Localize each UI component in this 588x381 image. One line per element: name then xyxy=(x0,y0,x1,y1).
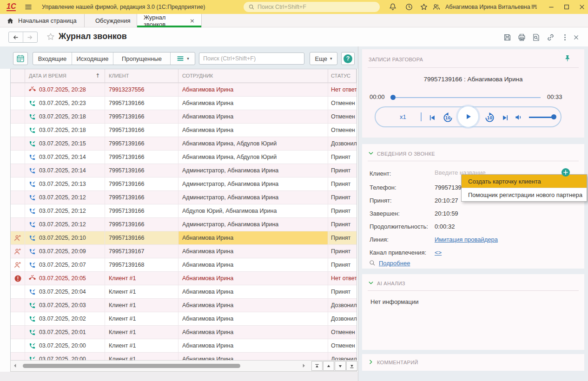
call-status-cell[interactable]: Нет ответа xyxy=(328,272,357,285)
call-row[interactable]: 03.07.2025, 20:00Клиент #1Абнагимова Ири… xyxy=(11,353,357,360)
call-employee-cell[interactable]: Абнагимова Ирина xyxy=(178,285,328,299)
collapse-icon[interactable] xyxy=(368,150,374,157)
call-employee-cell[interactable]: Абнагимова Ирина xyxy=(178,353,328,360)
call-status-cell[interactable]: Принят xyxy=(328,231,357,245)
call-row[interactable]: 03.07.2025, 20:0779957139168Абнагимова И… xyxy=(11,258,357,272)
call-row[interactable]: 03.07.2025, 20:00Клиент #1Абнагимова Ири… xyxy=(11,339,357,353)
filter-missed-button[interactable]: Пропущенные xyxy=(113,53,171,65)
tab-call-log[interactable]: Журнал звонков × xyxy=(137,14,202,27)
volume-icon[interactable] xyxy=(514,112,524,122)
call-status-cell[interactable]: Отменен xyxy=(328,110,357,124)
call-status-cell[interactable]: Дозвонились xyxy=(328,137,357,151)
go-to-bottom-button[interactable] xyxy=(346,361,357,371)
call-row[interactable]: 03.07.2025, 20:1379957139166Администрато… xyxy=(11,177,357,191)
favorites-icon[interactable] xyxy=(420,3,428,11)
call-status-cell[interactable]: Принят xyxy=(328,151,357,164)
channel-link[interactable]: <> xyxy=(435,249,442,256)
call-datetime-cell[interactable]: 03.07.2025, 20:10 xyxy=(25,231,105,245)
call-row[interactable]: 03.07.2025, 20:01Клиент #1Абнагимова Ири… xyxy=(11,326,357,339)
call-datetime-cell[interactable]: 03.07.2025, 20:23 xyxy=(25,97,105,110)
call-client-cell[interactable]: Клиент #1 xyxy=(105,312,178,326)
call-employee-cell[interactable]: Абнагимова Ирина xyxy=(178,339,328,353)
call-row[interactable]: 03.07.2025, 20:1479957139166Абнагимова И… xyxy=(11,151,357,164)
call-row[interactable]: 03.07.2025, 20:1279957139166Администрато… xyxy=(11,218,357,231)
main-menu-icon[interactable] xyxy=(24,3,33,11)
call-client-cell[interactable]: 79957139166 xyxy=(105,204,178,218)
filter-outgoing-button[interactable]: Исходящие xyxy=(72,53,113,65)
list-settings-button[interactable]: ▾ xyxy=(171,53,195,65)
call-employee-cell[interactable]: Абнагимова Ирина xyxy=(178,245,328,258)
forward-10-icon[interactable]: 10 xyxy=(484,112,496,124)
call-client-cell[interactable]: 79957139166 xyxy=(105,110,178,124)
call-employee-cell[interactable]: Абнагимова Ирина xyxy=(178,231,328,245)
call-datetime-cell[interactable]: 03.07.2025, 20:00 xyxy=(25,339,105,353)
call-datetime-cell[interactable]: 03.07.2025, 20:04 xyxy=(25,285,105,299)
previous-track-icon[interactable] xyxy=(428,113,436,122)
call-employee-cell[interactable]: Абнагимова Ирина xyxy=(178,326,328,339)
call-employee-cell[interactable]: Администратор, Абнагимова Ирина xyxy=(178,164,328,177)
call-client-cell[interactable]: 79957139167 xyxy=(105,245,178,258)
print-preview-icon[interactable] xyxy=(532,33,541,42)
go-to-top-button[interactable] xyxy=(311,361,323,371)
call-status-cell[interactable]: Принят xyxy=(328,164,357,177)
call-client-cell[interactable]: 79957139166 xyxy=(105,218,178,231)
call-row[interactable]: 03.07.2025, 20:1079957139166Абнагимова И… xyxy=(11,231,357,245)
play-button[interactable] xyxy=(457,106,479,127)
call-client-cell[interactable]: Клиент #1 xyxy=(105,272,178,285)
notifications-icon[interactable] xyxy=(389,3,397,11)
tab-close-icon[interactable]: × xyxy=(190,18,195,24)
form-close-icon[interactable] xyxy=(573,34,580,41)
call-status-cell[interactable]: Отменен xyxy=(328,326,357,339)
call-datetime-cell[interactable]: 03.07.2025, 20:13 xyxy=(25,177,105,191)
call-client-cell[interactable]: 79957139166 xyxy=(105,231,178,245)
help-button[interactable]: ? xyxy=(341,52,355,65)
tab-home[interactable]: Начальная страница xyxy=(0,14,85,27)
line-link[interactable]: Имитация провайдера xyxy=(435,236,498,243)
call-row[interactable]: 03.07.2025, 20:1879957139166Абнагимова И… xyxy=(11,110,357,124)
call-client-cell[interactable]: 79957139166 xyxy=(105,164,178,177)
call-employee-cell[interactable]: Абдулов Юрий, Абнагимова Ирина xyxy=(178,204,328,218)
call-employee-cell[interactable]: Абнагимова Ирина xyxy=(178,258,328,272)
call-status-cell[interactable]: Принят xyxy=(328,245,357,258)
call-status-cell[interactable]: Отменен xyxy=(328,97,357,110)
call-client-cell[interactable]: 79957139166 xyxy=(105,151,178,164)
get-link-icon[interactable] xyxy=(546,33,555,42)
call-datetime-cell[interactable]: 03.07.2025, 20:15 xyxy=(25,137,105,151)
call-client-cell[interactable]: Клиент #1 xyxy=(105,353,178,360)
current-user[interactable]: Абнагимова Ирина Витальевна xyxy=(445,4,530,10)
call-row[interactable]: 03.07.2025, 20:2879913237556Абнагимова И… xyxy=(11,83,357,97)
pin-icon[interactable] xyxy=(563,54,572,63)
call-row[interactable]: 03.07.2025, 20:0979957139167Абнагимова И… xyxy=(11,245,357,258)
call-status-cell[interactable]: Принят xyxy=(328,258,357,272)
maximize-icon[interactable] xyxy=(563,3,570,11)
call-row[interactable]: 03.07.2025, 20:02Клиент #1Абнагимова Ири… xyxy=(11,312,357,326)
header-client[interactable]: КЛИЕНТ xyxy=(105,69,178,83)
call-status-cell[interactable]: Принят xyxy=(328,177,357,191)
call-client-cell[interactable]: Клиент #1 xyxy=(105,339,178,353)
call-employee-cell[interactable]: Абнагимова Ирина xyxy=(178,312,328,326)
call-employee-cell[interactable]: Абнагимова Ирина, Абдулов Юрий xyxy=(178,137,328,151)
call-status-cell[interactable]: Дозвонились xyxy=(328,353,357,360)
call-status-cell[interactable]: Отменен xyxy=(328,124,357,137)
call-datetime-cell[interactable]: 03.07.2025, 20:12 xyxy=(25,191,105,204)
more-button[interactable]: Еще ▾ xyxy=(310,52,337,65)
scroll-left-icon[interactable] xyxy=(12,361,19,370)
call-row[interactable]: 03.07.2025, 20:1279957139166Абдулов Юрий… xyxy=(11,204,357,218)
call-status-cell[interactable]: Принят xyxy=(328,191,357,204)
next-track-icon[interactable] xyxy=(501,113,510,122)
add-to-favorites-icon[interactable] xyxy=(46,32,55,41)
call-row[interactable]: 03.07.2025, 20:1279957139166Администрато… xyxy=(11,191,357,204)
call-employee-cell[interactable]: Абнагимова Ирина xyxy=(178,272,328,285)
forward-button[interactable] xyxy=(23,32,37,42)
list-search-field[interactable] xyxy=(199,53,304,65)
scroll-right-icon[interactable] xyxy=(300,361,307,370)
call-status-cell[interactable]: Отменен xyxy=(328,339,357,353)
scroll-up-button[interactable] xyxy=(323,361,334,371)
list-search-input[interactable] xyxy=(203,55,300,62)
call-client-cell[interactable]: Клиент #1 xyxy=(105,285,178,299)
call-employee-cell[interactable]: Абнагимова Ирина xyxy=(178,124,328,137)
back-button[interactable] xyxy=(9,32,23,42)
call-datetime-cell[interactable]: 03.07.2025, 20:01 xyxy=(25,326,105,339)
call-datetime-cell[interactable]: 03.07.2025, 20:14 xyxy=(25,151,105,164)
tab-discussions[interactable]: Обсуждения xyxy=(85,14,137,27)
